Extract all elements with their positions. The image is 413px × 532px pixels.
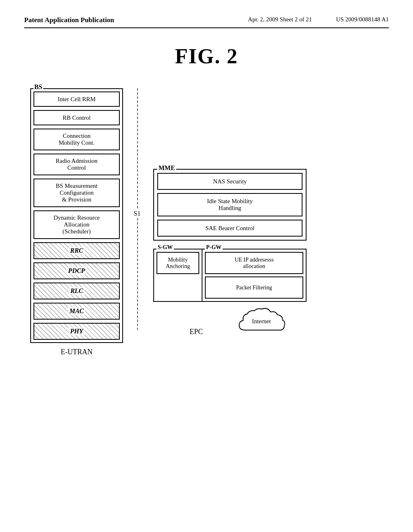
- bs-box-phy: PHY: [33, 323, 120, 340]
- pgw-box-ue-ip: UE IP addresesss allocation: [205, 252, 303, 274]
- bs-box-inter-cell-rrm: Inter Cell RRM: [33, 91, 120, 107]
- mme-box-idle-state: Idle State Mobility Handling: [157, 193, 302, 216]
- epc-label: EPC: [190, 328, 203, 336]
- bs-container: BS Inter Cell RRM RB Control Connection …: [30, 88, 123, 343]
- mme-box-nas-security: NAS Security: [157, 173, 302, 190]
- right-column: MME NAS Security Idle State Mobility Han…: [153, 88, 323, 336]
- internet-label: Internet: [252, 318, 271, 324]
- bs-box-radio-admission: Radio Admission Control: [33, 154, 120, 175]
- figure-title: FIG. 2: [24, 44, 389, 68]
- mme-box-sae-bearer: SAE Bearer Control: [157, 220, 302, 237]
- bs-box-rb-control: RB Control: [33, 110, 120, 125]
- bs-box-mac: MAC: [33, 303, 120, 320]
- bs-box-dynamic-resource: Dynamic Resource Allocation (Scheduler): [33, 210, 120, 239]
- bs-box-connection-mobility: Connection Mobility Cont.: [33, 129, 120, 150]
- bs-box-rlc: RLC: [33, 283, 120, 299]
- header: Patent Application Publication Apr. 2, 2…: [24, 16, 389, 28]
- eutran-label: E-UTRAN: [61, 348, 93, 356]
- left-column: BS Inter Cell RRM RB Control Connection …: [24, 88, 129, 356]
- sgw-label: S-GW: [156, 244, 174, 251]
- gw-row: S-GW Mobility Anchoring P-GW UE IP addre…: [153, 249, 307, 302]
- bs-box-rrc: RRC: [33, 242, 120, 259]
- header-patent-number: US 2009/0088148 A1: [336, 16, 389, 23]
- bs-box-pdcp: PDCP: [33, 262, 120, 279]
- internet-cloud: Internet: [235, 306, 288, 336]
- bs-label: BS: [33, 83, 43, 91]
- sgw-box-mobility-anchoring: Mobility Anchoring: [156, 252, 199, 274]
- s1-label: S1: [133, 210, 142, 217]
- sgw-container: S-GW Mobility Anchoring: [153, 249, 202, 302]
- header-date-sheet: Apr. 2, 2009 Sheet 2 of 21: [248, 16, 312, 23]
- bottom-row: EPC Internet: [153, 306, 323, 336]
- s1-separator: S1: [129, 88, 145, 258]
- pgw-box-packet-filtering: Packet Filtering: [205, 276, 303, 299]
- page: Patent Application Publication Apr. 2, 2…: [0, 0, 413, 532]
- pgw-label: P-GW: [205, 244, 223, 251]
- diagram: BS Inter Cell RRM RB Control Connection …: [24, 88, 389, 356]
- s1-line: [137, 88, 138, 330]
- bs-box-measurement: BS Measurement Configuration & Provision: [33, 179, 120, 207]
- header-publication: Patent Application Publication: [24, 16, 114, 24]
- mme-container: MME NAS Security Idle State Mobility Han…: [153, 169, 307, 241]
- pgw-container: P-GW UE IP addresesss allocation Packet …: [202, 249, 307, 302]
- mme-label: MME: [157, 164, 176, 172]
